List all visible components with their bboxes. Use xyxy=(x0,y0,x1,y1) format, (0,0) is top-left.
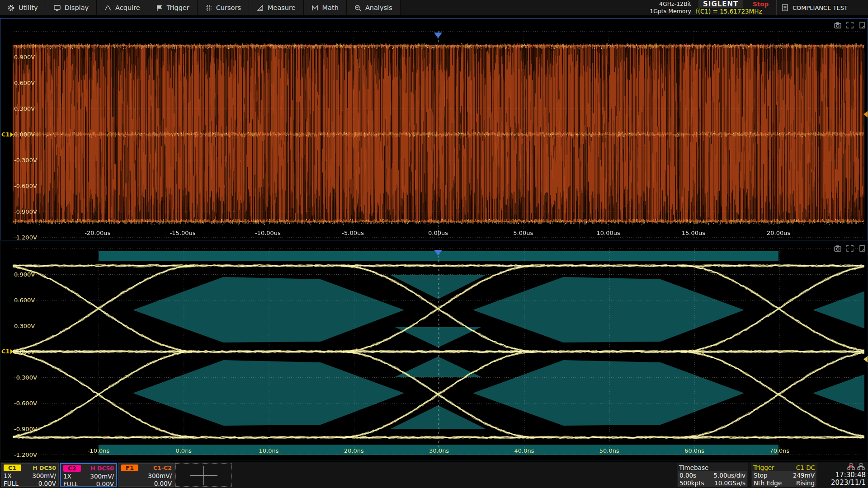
offset-f1: 0.00V xyxy=(154,480,172,487)
p1-x-label: -15.00us xyxy=(170,230,196,236)
flag-icon xyxy=(156,5,163,11)
channel-box-f1[interactable]: F1C1-C2 300mV/ 0.00V xyxy=(118,463,175,487)
p2-x-label: -10.0ns xyxy=(88,447,110,454)
offset-c2: 0.00V xyxy=(96,480,114,488)
bandwidth-c2: FULL xyxy=(63,480,78,488)
channel-offset-marker[interactable]: C1 xyxy=(1,131,13,138)
panel2-tools xyxy=(834,245,866,252)
gear-icon xyxy=(8,5,14,11)
menu-item-trigger[interactable]: Trigger xyxy=(148,0,198,15)
menu-item-label: Measure xyxy=(268,4,296,11)
p2-x-label: 60.0ns xyxy=(684,447,704,454)
p1-x-label: -10.00us xyxy=(255,230,281,236)
add-channel-dropbox[interactable] xyxy=(175,463,232,487)
measure-icon xyxy=(257,5,264,11)
analysis-icon xyxy=(354,5,361,11)
scale-c1: 300mV/ xyxy=(32,472,56,479)
sample-rate: 10.0GSa/s xyxy=(714,479,745,487)
p1-y-label: -1.200V xyxy=(14,234,37,241)
atten-c1: 1X xyxy=(4,472,12,479)
p1-x-label: 20.00us xyxy=(767,230,790,236)
cursors-icon xyxy=(205,5,212,11)
trigger-slope: Rising xyxy=(796,479,815,487)
mode-label: COMPLIANCE TEST xyxy=(793,5,848,11)
menu-item-label: Analysis xyxy=(365,4,392,11)
timebase-box[interactable]: Timebase 0.00s5.00us/div 500kpts10.0GSa/… xyxy=(677,463,748,487)
lan-icon xyxy=(857,463,865,470)
expand-icon[interactable] xyxy=(846,245,854,252)
p1-y-label: -0.300V xyxy=(14,157,37,164)
crosshair-icon xyxy=(203,466,204,485)
clock-date: 2023/11/1 xyxy=(820,479,867,487)
bandwidth-c1: FULL xyxy=(4,480,19,487)
page-flip-icon[interactable] xyxy=(859,22,866,28)
p2-x-label: 50.0ns xyxy=(599,447,619,454)
menu-item-label: Utility xyxy=(19,4,38,11)
acquisition-status[interactable]: Stop xyxy=(753,0,769,8)
oscilloscope-screen: UtilityDisplayAcquireTriggerCursorsMeasu… xyxy=(0,0,868,488)
coupling-c1: H DC50 xyxy=(33,465,56,471)
p1-y-label: -0.900V xyxy=(14,208,37,215)
channel-box-c1[interactable]: C1H DC50 1X300mV/ FULL0.00V xyxy=(1,463,59,487)
p2-x-label: 10.0ns xyxy=(259,447,279,454)
menu-item-display[interactable]: Display xyxy=(46,0,97,15)
trigger-level: 249mV xyxy=(793,472,815,479)
trigger-position-marker[interactable] xyxy=(434,33,442,38)
offset-c1: 0.00V xyxy=(38,480,56,487)
menu-item-utility[interactable]: Utility xyxy=(0,0,46,15)
channel-offset-marker-eye[interactable]: C1 xyxy=(1,348,13,355)
p1-x-label: 10.00us xyxy=(596,230,620,236)
p2-x-label: 70.0ns xyxy=(769,447,789,454)
scale-c2: 300mV/ xyxy=(90,473,114,480)
p1-x-label: -20.00us xyxy=(85,230,110,236)
eye-level-marker[interactable] xyxy=(863,356,868,362)
source-f1: C1-C2 xyxy=(153,465,172,471)
trigger-title: Trigger xyxy=(753,464,774,471)
math-icon xyxy=(311,5,318,11)
timebase-points: 500kpts xyxy=(679,479,704,487)
trigger-type: Nth Edge xyxy=(754,479,782,487)
channel-badge-c2: C2 xyxy=(63,465,81,472)
p1-y-label: -0.600V xyxy=(14,183,37,189)
compliance-test-button[interactable]: COMPLIANCE TEST xyxy=(776,0,868,15)
page-flip-icon[interactable] xyxy=(859,245,866,252)
trigger-box[interactable]: TriggerC1 DC Stop249mV Nth EdgeRising xyxy=(751,463,817,487)
brand-box: SIGLENT Stop f(C1) = 15.61723MHz xyxy=(695,0,776,15)
p2-x-label: 40.0ns xyxy=(514,447,534,454)
p1-x-label: 15.00us xyxy=(682,230,705,236)
p1-y-label: 0.600V xyxy=(14,80,35,86)
hardware-info: 4GHz-12Bit 1Gpts Memory xyxy=(623,0,695,15)
p2-x-label: 20.0ns xyxy=(344,447,364,454)
status-bar: C1H DC50 1X300mV/ FULL0.00V C2H DC50 1X3… xyxy=(0,461,868,488)
p2-x-label: 0.0ns xyxy=(175,447,192,454)
p2-x-label: 30.0ns xyxy=(429,447,449,454)
channel-badge-f1: F1 xyxy=(121,465,138,471)
menu-item-analysis[interactable]: Analysis xyxy=(347,0,401,15)
eye-diagram-canvas xyxy=(13,249,864,455)
camera-icon[interactable] xyxy=(834,245,841,252)
lan-disconnected-icon xyxy=(847,463,855,470)
p1-y-label: 0.300V xyxy=(14,105,35,112)
channel-badge-c1: C1 xyxy=(4,465,21,471)
camera-icon[interactable] xyxy=(834,22,841,28)
trigger-level-marker[interactable] xyxy=(863,111,868,117)
menu-item-math[interactable]: Math xyxy=(304,0,347,15)
right-arrow-icon xyxy=(10,349,13,354)
expand-icon[interactable] xyxy=(846,22,854,28)
p1-y-label: 0.900V xyxy=(14,54,35,61)
channel-box-c2[interactable]: C2H DC50 1X300mV/ FULL0.00V xyxy=(60,463,117,487)
header-right: 4GHz-12Bit 1Gpts Memory SIGLENT Stop f(C… xyxy=(623,0,868,15)
trigger-position-marker-eye[interactable] xyxy=(434,250,442,256)
menu-item-label: Display xyxy=(65,4,89,11)
menu-item-measure[interactable]: Measure xyxy=(249,0,304,15)
p1-x-label: 0.00us xyxy=(428,230,448,236)
atten-c2: 1X xyxy=(63,473,71,480)
menu-item-label: Cursors xyxy=(216,4,241,11)
acquire-icon xyxy=(104,5,111,11)
menu-item-cursors[interactable]: Cursors xyxy=(198,0,249,15)
menu-item-acquire[interactable]: Acquire xyxy=(97,0,148,15)
menu-item-label: Trigger xyxy=(167,4,189,11)
memory-label: 1Gpts Memory xyxy=(623,8,691,15)
trigger-status: Stop xyxy=(754,472,768,479)
menu-item-label: Acquire xyxy=(115,4,140,11)
